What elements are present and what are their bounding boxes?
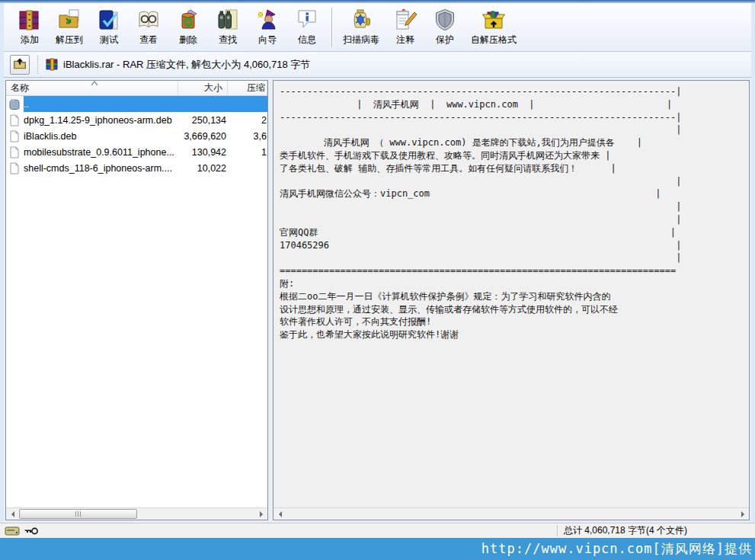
file-row[interactable]: dpkg_1.14.25-9_iphoneos-arm.deb250,1342	[6, 112, 267, 128]
file-icon	[8, 114, 21, 126]
toolbar-button-view[interactable]: 查看	[129, 5, 168, 50]
toolbar-button-label: 添加	[21, 34, 39, 46]
scrollbar-thumb[interactable]	[19, 509, 137, 519]
toolbar-button-label: 解压到	[56, 34, 83, 46]
toolbar-button-comment[interactable]: 注释	[385, 5, 425, 50]
watermark-bar: http://www.vipcn.com[清风网络]提供	[0, 538, 755, 560]
file-name: shell-cmds_118-6_iphoneos-arm....	[24, 163, 178, 174]
toolbar-button-label: 自解压格式	[471, 34, 517, 46]
file-row[interactable]: mobilesubstrate_0.9.6011_iphone...130,94…	[6, 144, 267, 160]
file-packed-size: 3,6	[226, 131, 267, 142]
updir-folder-icon	[8, 98, 21, 110]
address-separator	[37, 56, 38, 74]
column-header-packed[interactable]: 压缩	[228, 81, 267, 95]
toolbar-button-label: 删除	[179, 34, 197, 46]
test-icon	[97, 8, 121, 32]
file-size: 3,669,620	[178, 131, 226, 142]
toolbar-button-label: 保护	[436, 34, 454, 46]
winrar-window: 添加解压到测试查看删除查找向导信息扫描病毒注释保护自解压格式 iBlacklis…	[0, 0, 755, 560]
address-bar: iBlacklis.rar - RAR 压缩文件, 解包大小为 4,060,71…	[4, 52, 751, 78]
toolbar-button-label: 扫描病毒	[343, 34, 379, 46]
scroll-left-arrow-icon[interactable]	[6, 508, 18, 520]
file-packed-size: 2	[226, 115, 267, 126]
toolbar-button-protect[interactable]: 保护	[425, 5, 465, 50]
key-icon[interactable]	[24, 526, 39, 536]
view-icon	[136, 8, 161, 32]
archive-comment-text: ----------------------------------------…	[274, 81, 749, 341]
file-packed-size: 1	[226, 147, 267, 158]
column-header-size[interactable]: 大小	[178, 81, 228, 95]
comment-panel: ----------------------------------------…	[273, 80, 750, 520]
rar-archive-icon	[46, 58, 59, 71]
toolbar-button-label: 向导	[258, 34, 277, 46]
toolbar-button-test[interactable]: 测试	[89, 5, 129, 50]
virus-scan-icon	[349, 8, 373, 32]
main-area: 名称 大小 压缩 ..dpkg_1.14.25-9_iphoneos-arm.d…	[4, 78, 751, 523]
file-name: ..	[24, 99, 178, 110]
toolbar-button-label: 测试	[100, 34, 118, 46]
toolbar-button-sfx[interactable]: 自解压格式	[465, 5, 523, 50]
find-icon	[216, 8, 240, 32]
total-size-text: 总计 4,060,718 字节(4 个文件)	[564, 523, 687, 538]
toolbar-button-find[interactable]: 查找	[208, 5, 248, 50]
wizard-icon	[255, 8, 280, 32]
toolbar-button-wizard[interactable]: 向导	[248, 5, 287, 50]
scroll-right-arrow-icon[interactable]	[255, 508, 267, 520]
file-size: 250,134	[178, 115, 226, 126]
toolbar-button-add[interactable]: 添加	[10, 5, 50, 50]
toolbar: 添加解压到测试查看删除查找向导信息扫描病毒注释保护自解压格式	[4, 3, 751, 52]
file-list-panel: 名称 大小 压缩 ..dpkg_1.14.25-9_iphoneos-arm.d…	[5, 80, 268, 520]
statusbar-divider	[557, 525, 558, 536]
toolbar-button-virus-scan[interactable]: 扫描病毒	[337, 5, 385, 50]
file-icon	[8, 130, 21, 142]
comment-hscrollbar[interactable]	[274, 507, 749, 520]
info-icon	[295, 8, 319, 32]
up-one-level-button[interactable]	[10, 55, 30, 75]
disk-drive-icon[interactable]	[5, 526, 20, 536]
watermark-text: http://www.vipcn.com[清风网络]提供	[481, 540, 752, 558]
comment-icon	[393, 8, 417, 32]
file-icon	[8, 146, 21, 158]
file-name: mobilesubstrate_0.9.6011_iphone...	[24, 147, 178, 158]
delete-icon	[176, 8, 200, 32]
file-rows: ..dpkg_1.14.25-9_iphoneos-arm.deb250,134…	[6, 96, 267, 176]
status-bar: 总计 4,060,718 字节(4 个文件)	[0, 523, 755, 538]
file-name: iBlacklis.deb	[24, 131, 178, 142]
add-archive-icon	[18, 8, 42, 32]
toolbar-button-label: 查找	[219, 34, 237, 46]
file-name: dpkg_1.14.25-9_iphoneos-arm.deb	[24, 115, 178, 126]
file-row[interactable]: iBlacklis.deb3,669,6203,6	[6, 128, 267, 144]
file-size: 10,022	[178, 163, 226, 174]
toolbar-button-label: 信息	[298, 34, 316, 46]
updir-row[interactable]: ..	[6, 96, 267, 112]
toolbar-separator	[331, 8, 332, 47]
file-row[interactable]: shell-cmds_118-6_iphoneos-arm....10,022	[6, 160, 267, 176]
file-icon	[8, 162, 21, 174]
toolbar-button-info[interactable]: 信息	[287, 5, 327, 50]
toolbar-button-label: 注释	[396, 34, 414, 46]
extract-to-icon	[57, 8, 82, 32]
toolbar-button-delete[interactable]: 删除	[168, 5, 208, 50]
scroll-left-arrow-icon[interactable]	[274, 508, 286, 520]
toolbar-button-extract-to[interactable]: 解压到	[50, 5, 89, 50]
folder-up-icon	[13, 56, 27, 73]
sfx-icon	[481, 8, 506, 32]
file-size: 130,942	[178, 147, 226, 158]
toolbar-button-label: 查看	[139, 34, 158, 46]
protect-icon	[433, 8, 457, 32]
archive-title: iBlacklis.rar - RAR 压缩文件, 解包大小为 4,060,71…	[63, 58, 310, 72]
scroll-right-arrow-icon[interactable]	[737, 508, 749, 520]
file-list-hscrollbar[interactable]	[6, 507, 267, 520]
sort-ascending-icon	[90, 81, 99, 86]
list-header: 名称 大小 压缩	[6, 81, 267, 96]
